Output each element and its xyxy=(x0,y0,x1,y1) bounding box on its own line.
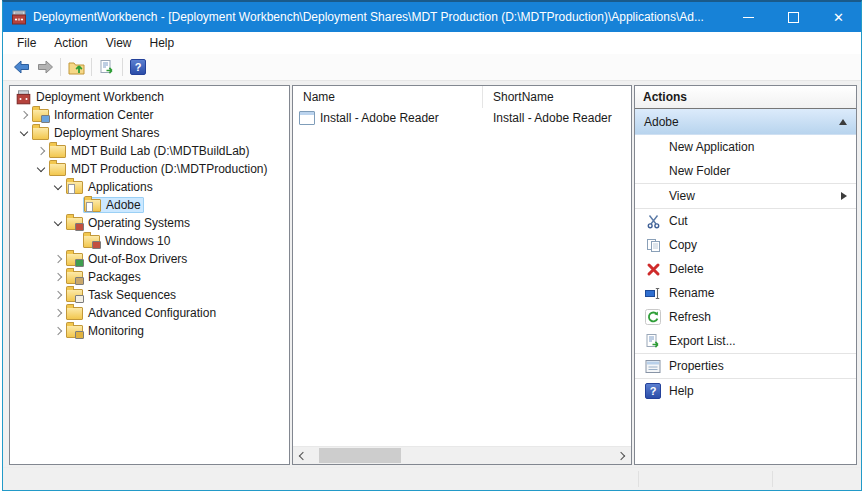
list-header: Name ShortName xyxy=(293,86,631,108)
action-export-list[interactable]: Export List... xyxy=(635,329,856,353)
expander-collapsed-icon[interactable] xyxy=(52,324,66,338)
folder-drivers-icon xyxy=(66,253,83,266)
chevron-up-icon[interactable] xyxy=(839,119,847,125)
tree-item-monitoring[interactable]: Monitoring xyxy=(10,322,289,340)
up-one-level-button[interactable] xyxy=(64,56,88,78)
expander-collapsed-icon[interactable] xyxy=(18,108,32,122)
close-button[interactable]: ✕ xyxy=(816,2,861,32)
folder-os-icon xyxy=(66,217,83,230)
tree-item-label: Packages xyxy=(88,270,141,284)
tree-item-label: Operating Systems xyxy=(88,216,190,230)
folder-monitoring-icon xyxy=(66,325,83,338)
action-new-folder[interactable]: New Folder xyxy=(635,159,856,183)
folder-packages-icon xyxy=(66,271,83,284)
tree-item-label: Information Center xyxy=(54,108,153,122)
titlebar[interactable]: DeploymentWorkbench - [Deployment Workbe… xyxy=(3,2,861,32)
tree-item-packages[interactable]: Packages xyxy=(10,268,289,286)
menu-file[interactable]: File xyxy=(8,33,45,53)
tree-item-adobe[interactable]: Adobe xyxy=(10,196,289,214)
tree-item-deployment-shares[interactable]: Deployment Shares xyxy=(10,124,289,142)
expander-expanded-icon[interactable] xyxy=(52,180,66,194)
tree-item-applications[interactable]: Applications xyxy=(10,178,289,196)
action-help[interactable]: ? Help xyxy=(635,379,856,403)
list-row-install-adobe-reader[interactable]: Install - Adobe Reader Install - Adobe R… xyxy=(293,108,631,128)
statusbar-separator xyxy=(638,471,639,487)
tree-item-label: Adobe xyxy=(106,198,141,212)
tree-item-out-of-box-drivers[interactable]: Out-of-Box Drivers xyxy=(10,250,289,268)
tree-item-deployment-workbench[interactable]: Deployment Workbench xyxy=(10,88,289,106)
action-label: New Application xyxy=(669,140,754,154)
help-icon: ? xyxy=(644,383,662,399)
actions-group-adobe[interactable]: Adobe xyxy=(635,109,856,135)
toolbar-separator xyxy=(91,58,92,76)
tree-item-information-center[interactable]: Information Center xyxy=(10,106,289,124)
list-cell-shortname: Install - Adobe Reader xyxy=(483,111,612,125)
folder-os-icon xyxy=(83,235,100,248)
help-button[interactable]: ? xyxy=(126,56,150,78)
workbench-icon xyxy=(16,90,31,105)
action-label: Delete xyxy=(669,262,704,276)
toolbar: ? xyxy=(3,54,861,81)
expander-collapsed-icon[interactable] xyxy=(52,288,66,302)
toolbar-separator xyxy=(60,58,61,76)
copy-icon xyxy=(644,238,662,253)
horizontal-scrollbar[interactable] xyxy=(293,446,631,464)
tree-item-windows-10[interactable]: Windows 10 xyxy=(10,232,289,250)
back-icon xyxy=(13,60,30,74)
folder-open-icon xyxy=(49,163,66,176)
minimize-icon xyxy=(743,17,754,18)
tree-item-label: Windows 10 xyxy=(105,234,170,248)
expander-collapsed-icon[interactable] xyxy=(52,270,66,284)
action-new-application[interactable]: New Application xyxy=(635,135,856,159)
list-cell-name: Install - Adobe Reader xyxy=(320,111,439,125)
tree-item-label: Deployment Workbench xyxy=(36,90,164,104)
back-button[interactable] xyxy=(9,56,33,78)
folder-open-icon xyxy=(49,145,66,158)
scrollbar-thumb[interactable] xyxy=(319,448,401,463)
menu-view[interactable]: View xyxy=(97,33,141,53)
expander-expanded-icon[interactable] xyxy=(35,162,49,176)
tree-item-mdt-production[interactable]: MDT Production (D:\MDTProduction) xyxy=(10,160,289,178)
action-label: Properties xyxy=(669,359,724,373)
console-tree: Deployment Workbench Information Center … xyxy=(10,86,289,340)
minimize-button[interactable] xyxy=(726,2,771,32)
delete-icon xyxy=(644,262,662,277)
refresh-icon xyxy=(644,309,662,325)
menu-help[interactable]: Help xyxy=(141,33,184,53)
tree-item-operating-systems[interactable]: Operating Systems xyxy=(10,214,289,232)
expander-collapsed-icon[interactable] xyxy=(52,306,66,320)
action-label: Help xyxy=(669,384,694,398)
column-header-shortname[interactable]: ShortName xyxy=(483,86,631,108)
action-rename[interactable]: Rename xyxy=(635,281,856,305)
statusbar-separator xyxy=(772,471,773,487)
action-properties[interactable]: Properties xyxy=(635,354,856,378)
console-tree-pane: Deployment Workbench Information Center … xyxy=(9,85,290,465)
cut-icon xyxy=(644,214,662,229)
column-header-name[interactable]: Name xyxy=(293,86,483,108)
menu-action[interactable]: Action xyxy=(45,33,96,53)
scroll-right-button[interactable] xyxy=(614,447,631,464)
scroll-left-button[interactable] xyxy=(293,447,310,464)
export-list-button[interactable] xyxy=(95,56,119,78)
expander-collapsed-icon[interactable] xyxy=(52,252,66,266)
forward-button[interactable] xyxy=(33,56,57,78)
expander-expanded-icon[interactable] xyxy=(52,216,66,230)
tree-item-label: MDT Production (D:\MDTProduction) xyxy=(71,162,268,176)
tree-item-advanced-configuration[interactable]: Advanced Configuration xyxy=(10,304,289,322)
maximize-button[interactable] xyxy=(771,2,816,32)
action-label: Export List... xyxy=(669,334,736,348)
action-refresh[interactable]: Refresh xyxy=(635,305,856,329)
tree-item-label: Applications xyxy=(88,180,153,194)
tree-item-task-sequences[interactable]: Task Sequences xyxy=(10,286,289,304)
action-copy[interactable]: Copy xyxy=(635,233,856,257)
action-cut[interactable]: Cut xyxy=(635,209,856,233)
tree-item-mdt-build-lab[interactable]: MDT Build Lab (D:\MDTBuildLab) xyxy=(10,142,289,160)
menubar: File Action View Help xyxy=(3,32,861,54)
expander-collapsed-icon[interactable] xyxy=(35,144,49,158)
properties-icon xyxy=(644,359,662,374)
expander-expanded-icon[interactable] xyxy=(18,126,32,140)
action-view[interactable]: View xyxy=(635,184,856,208)
action-delete[interactable]: Delete xyxy=(635,257,856,281)
actions-pane: Actions Adobe New Application New Folder… xyxy=(634,85,857,465)
action-label: Cut xyxy=(669,214,688,228)
